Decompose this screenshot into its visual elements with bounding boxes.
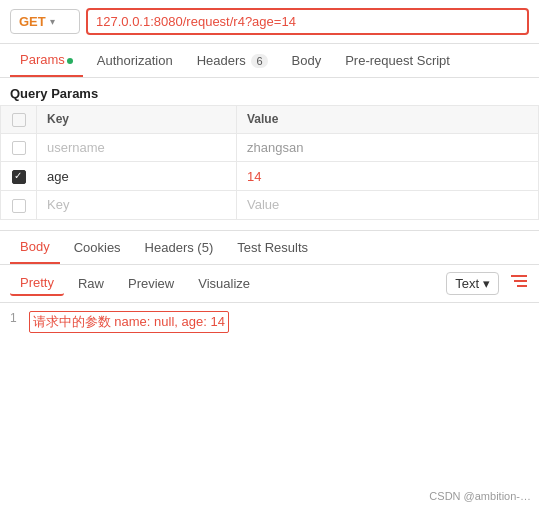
request-tabs: Params Authorization Headers 6 Body Pre-… <box>0 44 539 78</box>
row1-checkbox-cell <box>1 133 37 162</box>
row3-checkbox[interactable] <box>12 199 26 213</box>
bottom-tab-headers[interactable]: Headers (5) <box>135 232 224 263</box>
bottom-tab-cookies[interactable]: Cookies <box>64 232 131 263</box>
col-checkbox <box>1 106 37 134</box>
headers-badge: 6 <box>251 54 267 68</box>
method-selector[interactable]: GET ▾ <box>10 9 80 34</box>
col-key: Key <box>37 106 237 134</box>
params-table: Key Value username zhangsan age <box>0 105 539 220</box>
watermark: CSDN @ambition-… <box>429 490 531 502</box>
row1-checkbox[interactable] <box>12 141 26 155</box>
row1-value[interactable]: zhangsan <box>237 133 539 162</box>
response-body: 1 请求中的参数 name: null, age: 14 <box>0 303 539 341</box>
format-type-label: Text <box>455 276 479 291</box>
top-bar: GET ▾ <box>0 0 539 44</box>
row1-key[interactable]: username <box>37 133 237 162</box>
col-value: Value <box>237 106 539 134</box>
response-text-1: 请求中的参数 name: null, age: 14 <box>29 311 229 333</box>
table-row: Key Value <box>1 190 539 219</box>
url-input[interactable] <box>96 14 519 29</box>
row2-checkbox[interactable] <box>12 170 26 184</box>
tab-headers[interactable]: Headers 6 <box>187 45 278 76</box>
fmt-tab-visualize[interactable]: Visualize <box>188 272 260 295</box>
row3-checkbox-cell <box>1 190 37 219</box>
query-params-title: Query Params <box>0 78 539 105</box>
tab-authorization[interactable]: Authorization <box>87 45 183 76</box>
table-row: username zhangsan <box>1 133 539 162</box>
fmt-tab-preview[interactable]: Preview <box>118 272 184 295</box>
tab-prerequest[interactable]: Pre-request Script <box>335 45 460 76</box>
row2-value[interactable]: 14 <box>237 162 539 191</box>
method-chevron-icon: ▾ <box>50 16 55 27</box>
tab-body[interactable]: Body <box>282 45 332 76</box>
sort-icon[interactable] <box>509 273 529 293</box>
params-dot <box>67 58 73 64</box>
table-row: age 14 <box>1 162 539 191</box>
response-line-1: 1 请求中的参数 name: null, age: 14 <box>10 311 529 333</box>
row3-value[interactable]: Value <box>237 190 539 219</box>
select-all-checkbox[interactable] <box>12 113 26 127</box>
row2-key[interactable]: age <box>37 162 237 191</box>
fmt-tab-raw[interactable]: Raw <box>68 272 114 295</box>
tab-params[interactable]: Params <box>10 44 83 77</box>
bottom-tab-body[interactable]: Body <box>10 231 60 264</box>
bottom-section: Body Cookies Headers (5) Test Results Pr… <box>0 231 539 341</box>
row2-checkbox-cell <box>1 162 37 191</box>
format-row: Pretty Raw Preview Visualize Text ▾ <box>0 265 539 303</box>
method-label: GET <box>19 14 46 29</box>
format-chevron-icon: ▾ <box>483 276 490 291</box>
url-input-wrapper[interactable] <box>86 8 529 35</box>
bottom-tab-testresults[interactable]: Test Results <box>227 232 318 263</box>
fmt-tab-pretty[interactable]: Pretty <box>10 271 64 296</box>
format-type-select[interactable]: Text ▾ <box>446 272 499 295</box>
row3-key[interactable]: Key <box>37 190 237 219</box>
line-number-1: 1 <box>10 311 17 325</box>
response-tabs: Body Cookies Headers (5) Test Results <box>0 231 539 265</box>
